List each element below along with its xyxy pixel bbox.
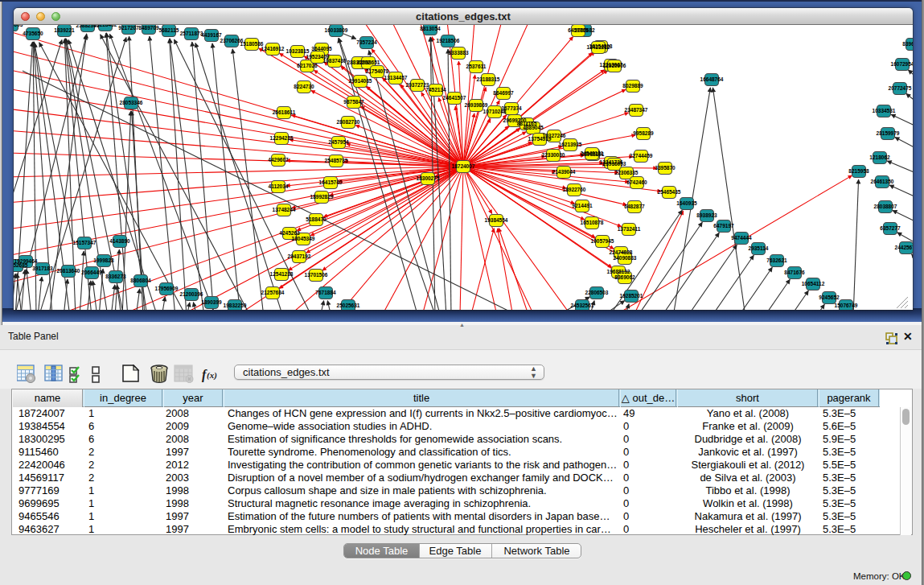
- svg-text:3917183: 3917183: [32, 266, 53, 271]
- svg-text:3677374: 3677374: [501, 105, 522, 111]
- svg-text:6357277: 6357277: [880, 225, 901, 231]
- svg-text:15076749: 15076749: [835, 303, 858, 308]
- svg-text:24425670: 24425670: [895, 245, 913, 250]
- svg-text:16072954: 16072954: [891, 61, 913, 67]
- svg-text:16033809: 16033809: [325, 27, 348, 33]
- svg-text:10654112: 10654112: [802, 281, 825, 286]
- svg-text:25711873: 25711873: [180, 31, 203, 36]
- svg-text:9474444: 9474444: [731, 235, 752, 241]
- svg-text:28159979: 28159979: [877, 130, 900, 136]
- svg-text:4143890: 4143890: [109, 238, 130, 244]
- svg-text:4439167: 4439167: [201, 32, 222, 38]
- svg-text:16415740: 16415740: [319, 179, 343, 185]
- svg-text:12920906: 12920906: [603, 63, 626, 68]
- svg-text:8813054: 8813054: [420, 26, 441, 31]
- svg-text:21754078: 21754078: [366, 68, 389, 74]
- svg-text:4112034: 4112034: [269, 183, 289, 189]
- svg-text:22744459: 22744459: [630, 153, 653, 159]
- svg-text:8471676: 8471676: [784, 270, 805, 275]
- svg-text:(x): (x): [207, 370, 217, 381]
- svg-text:15180586: 15180586: [240, 41, 264, 47]
- svg-text:6742460: 6742460: [626, 179, 647, 185]
- svg-text:24549181: 24549181: [581, 150, 604, 156]
- svg-text:4735650: 4735650: [23, 31, 43, 36]
- svg-text:25485735: 25485735: [325, 158, 348, 163]
- svg-text:6482877: 6482877: [624, 204, 645, 209]
- svg-text:16213925: 16213925: [559, 142, 582, 147]
- svg-text:17956909: 17956909: [155, 286, 179, 291]
- svg-text:26618611: 26618611: [273, 109, 296, 115]
- svg-text:4389045: 4389045: [523, 125, 544, 130]
- svg-text:9875847: 9875847: [343, 99, 364, 105]
- svg-text:2537611: 2537611: [466, 64, 487, 69]
- svg-text:8489709: 8489709: [138, 25, 159, 31]
- svg-text:20813640: 20813640: [57, 268, 80, 274]
- svg-text:21257684: 21257684: [261, 290, 285, 295]
- svg-text:24532561: 24532561: [571, 303, 594, 308]
- svg-text:9958289: 9958289: [633, 130, 654, 136]
- svg-text:1218062: 1218062: [869, 154, 890, 160]
- svg-text:28082730: 28082730: [337, 119, 360, 125]
- svg-text:16648764: 16648764: [700, 76, 724, 82]
- svg-text:13701506: 13701506: [305, 272, 328, 278]
- svg-text:3333883: 3333883: [448, 50, 469, 56]
- svg-text:19384554: 19384554: [485, 217, 508, 223]
- svg-text:1839221: 1839221: [54, 27, 75, 33]
- svg-text:19285201: 19285201: [620, 293, 643, 299]
- svg-text:10228452: 10228452: [94, 25, 117, 27]
- svg-text:8646997: 8646997: [493, 90, 514, 96]
- svg-text:12541238: 12541238: [270, 271, 294, 277]
- svg-text:2457954: 2457954: [328, 139, 349, 145]
- svg-text:8215958: 8215958: [848, 168, 869, 174]
- svg-text:18300275: 18300275: [417, 175, 440, 181]
- svg-text:2066449: 2066449: [81, 270, 102, 275]
- svg-text:12416912: 12416912: [261, 46, 285, 51]
- svg-text:5682115: 5682115: [159, 27, 179, 33]
- svg-text:13748244: 13748244: [273, 207, 296, 212]
- svg-text:19832259: 19832259: [224, 303, 247, 308]
- svg-text:25465435: 25465435: [658, 189, 681, 195]
- svg-text:28038807: 28038807: [874, 204, 897, 209]
- svg-text:12294238: 12294238: [270, 135, 294, 141]
- svg-text:9245652: 9245652: [819, 295, 840, 300]
- svg-text:24090883: 24090883: [614, 255, 637, 261]
- svg-text:18922760: 18922760: [563, 187, 586, 192]
- svg-text:7357224: 7357224: [356, 39, 377, 45]
- svg-text:6217026: 6217026: [297, 63, 318, 68]
- svg-text:4245263: 4245263: [279, 230, 300, 236]
- svg-text:21200396: 21200396: [180, 291, 203, 297]
- svg-text:13134457: 13134457: [384, 75, 408, 80]
- svg-text:7632621: 7632621: [766, 257, 787, 263]
- svg-text:10837430: 10837430: [323, 58, 347, 64]
- svg-text:5188470: 5188470: [306, 216, 326, 222]
- svg-text:22306335: 22306335: [615, 170, 639, 175]
- svg-text:1640935: 1640935: [676, 200, 697, 206]
- svg-text:19688132: 19688132: [607, 269, 630, 274]
- svg-text:10327246: 10327246: [543, 133, 566, 138]
- svg-text:3395870: 3395870: [655, 165, 676, 171]
- svg-text:8029889: 8029889: [622, 83, 643, 89]
- svg-text:10323815: 10323815: [286, 48, 310, 54]
- svg-text:23487347: 23487347: [625, 107, 648, 113]
- svg-text:21439044: 21439044: [552, 169, 576, 175]
- svg-text:15157347: 15157347: [73, 240, 97, 245]
- svg-text:22806503: 22806503: [585, 290, 609, 295]
- svg-text:22455603: 22455603: [14, 25, 23, 27]
- svg-text:13732411: 13732411: [618, 226, 641, 232]
- svg-text:18724007: 18724007: [452, 163, 475, 169]
- svg-text:4429607: 4429607: [268, 157, 289, 163]
- svg-text:8224730: 8224730: [294, 84, 314, 89]
- svg-text:23188315: 23188315: [477, 76, 500, 82]
- svg-text:8336273: 8336273: [105, 274, 126, 279]
- svg-text:1999828: 1999828: [93, 257, 114, 263]
- svg-text:22330030: 22330030: [542, 152, 565, 158]
- svg-text:8369062: 8369062: [614, 274, 635, 280]
- svg-text:6457765: 6457765: [568, 27, 589, 33]
- svg-text:25025631: 25025631: [337, 303, 360, 308]
- svg-text:6479197: 6479197: [713, 223, 734, 229]
- svg-text:9217207: 9217207: [118, 25, 139, 31]
- svg-text:18992829: 18992829: [310, 194, 334, 200]
- svg-text:20772475: 20772475: [889, 85, 912, 91]
- svg-text:26461350: 26461350: [871, 179, 894, 184]
- svg-text:23936053: 23936053: [603, 161, 626, 167]
